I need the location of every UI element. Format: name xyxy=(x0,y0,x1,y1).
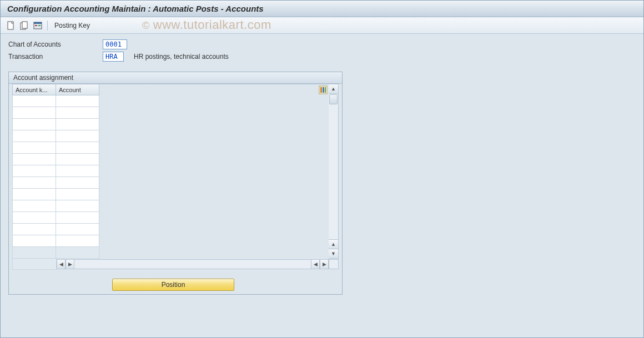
svg-rect-2 xyxy=(22,22,27,28)
account-assignment-panel: Account assignment Account k... Account xyxy=(8,72,343,295)
table-summary-row xyxy=(13,247,99,259)
transaction-input[interactable] xyxy=(103,52,124,62)
svg-rect-9 xyxy=(323,87,324,93)
svg-rect-4 xyxy=(34,22,42,24)
svg-rect-10 xyxy=(325,87,326,93)
hscroll-spacer xyxy=(12,259,57,270)
svg-rect-8 xyxy=(320,87,322,93)
table-row[interactable] xyxy=(13,189,99,200)
scroll-left2-icon[interactable]: ▶ xyxy=(66,259,74,269)
posting-key-button[interactable]: Posting Key xyxy=(54,22,90,29)
chart-of-accounts-label: Chart of Accounts xyxy=(8,41,103,48)
svg-rect-5 xyxy=(35,25,37,26)
app-toolbar: Posting Key xyxy=(1,17,643,34)
table-row[interactable] xyxy=(13,212,99,224)
table-row[interactable] xyxy=(13,235,99,247)
scroll-track[interactable] xyxy=(329,105,338,239)
vertical-scrollbar[interactable]: ▲ ▲ ▼ xyxy=(329,84,339,259)
scroll-corner xyxy=(329,259,339,269)
table-row[interactable] xyxy=(13,177,99,189)
scroll-thumb[interactable] xyxy=(329,94,338,104)
table-row[interactable] xyxy=(13,142,99,154)
column-account[interactable]: Account xyxy=(56,84,99,95)
transaction-row: Transaction HR postings, technical accou… xyxy=(8,52,636,62)
table-row[interactable] xyxy=(13,224,99,235)
toolbar-separator xyxy=(47,21,48,31)
table-row[interactable] xyxy=(13,119,99,130)
scroll-left-icon[interactable]: ◀ xyxy=(57,259,66,269)
scroll-up-icon[interactable]: ▲ xyxy=(329,84,338,94)
table-row[interactable] xyxy=(13,95,99,107)
scroll-right2-icon[interactable]: ◀ xyxy=(311,259,320,269)
chart-of-accounts-input[interactable] xyxy=(103,39,127,49)
app-window: Configuration Accounting Maintain : Auto… xyxy=(0,0,644,338)
svg-rect-0 xyxy=(8,22,13,29)
transaction-label: Transaction xyxy=(8,53,103,60)
column-account-key[interactable]: Account k... xyxy=(13,84,56,95)
table-row[interactable] xyxy=(13,200,99,212)
content-area: Chart of Accounts Transaction HR posting… xyxy=(1,34,643,300)
table-row[interactable] xyxy=(13,107,99,119)
table-settings-icon[interactable] xyxy=(319,85,328,94)
save-layout-icon[interactable] xyxy=(33,21,43,31)
chart-of-accounts-row: Chart of Accounts xyxy=(8,39,636,49)
position-button[interactable]: Position xyxy=(112,279,234,291)
table-row[interactable] xyxy=(13,154,99,165)
copy-document-icon[interactable] xyxy=(19,21,29,31)
window-title: Configuration Accounting Maintain : Auto… xyxy=(7,4,264,13)
horizontal-scrollbar-row: ◀ ▶ ◀ ▶ xyxy=(12,259,339,270)
table-row[interactable] xyxy=(13,165,99,177)
scroll-down-icon[interactable]: ▼ xyxy=(329,249,338,258)
panel-title: Account assignment xyxy=(9,72,342,84)
account-grid[interactable]: Account k... Account xyxy=(12,84,99,259)
new-document-icon[interactable] xyxy=(6,21,16,31)
window-titlebar: Configuration Accounting Maintain : Auto… xyxy=(1,1,643,17)
transaction-description: HR postings, technical accounts xyxy=(134,53,229,60)
svg-rect-6 xyxy=(38,25,41,26)
hscroll-track[interactable] xyxy=(74,259,311,269)
grid-filler-area xyxy=(99,84,329,259)
scroll-right-icon[interactable]: ▶ xyxy=(320,259,329,269)
scroll-down-up-icon[interactable]: ▲ xyxy=(329,239,338,249)
table-row[interactable] xyxy=(13,130,99,142)
